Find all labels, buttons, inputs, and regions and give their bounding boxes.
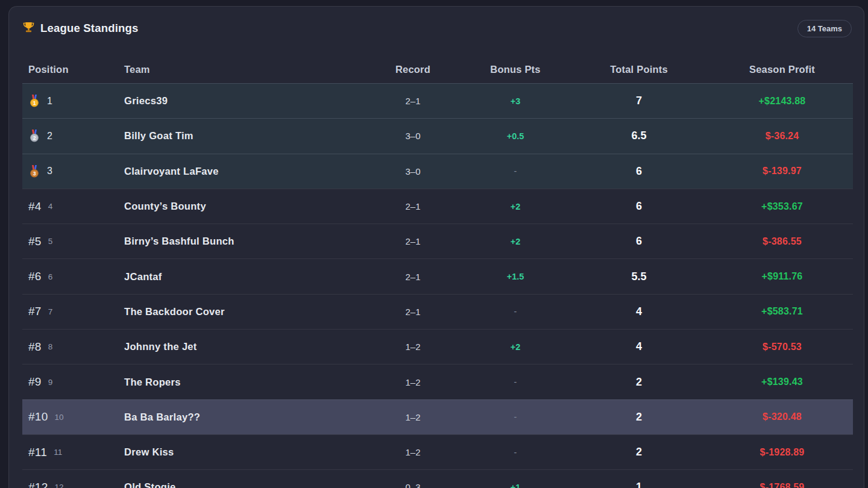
record-value: 1–2 bbox=[362, 447, 464, 457]
record-value: 3–0 bbox=[362, 166, 464, 177]
rank-number: 11 bbox=[54, 448, 62, 457]
position-cell: 11 bbox=[22, 95, 124, 107]
total-points-value: 2 bbox=[567, 446, 711, 458]
table-header-row: PositionTeamRecordBonus PtsTotal PointsS… bbox=[22, 56, 853, 83]
position-cell: #77 bbox=[22, 305, 124, 318]
column-header-bonus-pts: Bonus Pts bbox=[464, 64, 567, 75]
teams-count-badge: 14 Teams bbox=[797, 20, 852, 37]
table-row[interactable]: #44County’s Bounty2–1+26+$353.67 bbox=[22, 189, 853, 224]
total-points-value: 5.5 bbox=[567, 271, 711, 283]
svg-text:3: 3 bbox=[33, 170, 36, 176]
rank-label: #11 bbox=[28, 446, 47, 459]
column-header-position: Position bbox=[22, 64, 124, 75]
record-value: 2–1 bbox=[362, 96, 464, 106]
table-row[interactable]: #77The Backdoor Cover2–1-4+$583.71 bbox=[22, 294, 853, 329]
record-value: 2–1 bbox=[362, 236, 464, 246]
table-row[interactable]: 22Billy Goat Tim3–0+0.56.5$-36.24 bbox=[22, 118, 853, 153]
total-points-value: 2 bbox=[567, 411, 711, 424]
team-name: Old Stogie bbox=[124, 481, 362, 488]
team-name: Clairvoyant LaFave bbox=[124, 166, 362, 177]
team-name: The Ropers bbox=[124, 377, 362, 388]
column-header-season-profit: Season Profit bbox=[711, 64, 853, 75]
table-row[interactable]: #88Johnny the Jet1–2+24$-570.53 bbox=[22, 329, 853, 364]
record-value: 0–3 bbox=[362, 482, 464, 488]
rank-number: 12 bbox=[55, 483, 64, 488]
column-header-team: Team bbox=[124, 64, 362, 75]
season-profit-value: +$139.43 bbox=[711, 377, 853, 387]
table-row[interactable]: #99The Ropers1–2-2+$139.43 bbox=[22, 364, 853, 399]
total-points-value: 4 bbox=[567, 340, 711, 353]
season-profit-value: +$583.71 bbox=[711, 306, 853, 317]
title-wrap: League Standings bbox=[22, 21, 139, 36]
rank-label: #9 bbox=[28, 375, 42, 389]
record-value: 1–2 bbox=[362, 342, 464, 352]
season-profit-value: $-139.97 bbox=[711, 166, 853, 177]
record-value: 2–1 bbox=[362, 272, 464, 282]
season-profit-value: $-570.53 bbox=[711, 342, 853, 352]
rank-number: 4 bbox=[48, 202, 53, 211]
total-points-value: 7 bbox=[567, 95, 711, 107]
bonus-points-value: - bbox=[464, 377, 567, 387]
table-row[interactable]: 33Clairvoyant LaFave3–0-6$-139.97 bbox=[22, 154, 853, 189]
position-cell: #1111 bbox=[22, 446, 124, 459]
rank-number: 7 bbox=[48, 307, 53, 316]
column-header-total-points: Total Points bbox=[567, 64, 711, 75]
team-name: JCantaf bbox=[124, 271, 362, 283]
rank-number: 9 bbox=[48, 378, 53, 387]
bonus-points-value: +3 bbox=[464, 96, 567, 106]
record-value: 1–2 bbox=[362, 377, 464, 387]
bonus-points-value: +0.5 bbox=[464, 131, 567, 141]
page-title: League Standings bbox=[40, 22, 139, 35]
table-row[interactable]: #66JCantaf2–1+1.55.5+$911.76 bbox=[22, 258, 853, 293]
record-value: 2–1 bbox=[362, 307, 464, 317]
team-name: Birny’s Bashful Bunch bbox=[124, 236, 362, 247]
position-cell: #1212 bbox=[22, 481, 124, 488]
total-points-value: 6 bbox=[567, 235, 711, 248]
rank-label: #4 bbox=[28, 200, 42, 213]
position-cell: #44 bbox=[22, 200, 124, 213]
card-header: League Standings 14 Teams bbox=[9, 7, 864, 37]
svg-text:1: 1 bbox=[33, 100, 36, 106]
bonus-points-value: - bbox=[464, 448, 567, 457]
position-cell: #99 bbox=[22, 375, 124, 389]
team-name: Drew Kiss bbox=[124, 446, 362, 458]
season-profit-value: $-1928.89 bbox=[711, 447, 853, 458]
rank-number: 6 bbox=[48, 272, 53, 281]
season-profit-value: $-1768.59 bbox=[711, 482, 853, 488]
position-cell: #66 bbox=[22, 270, 124, 283]
position-cell: 33 bbox=[22, 165, 124, 178]
season-profit-value: $-36.24 bbox=[711, 131, 853, 142]
table-row[interactable]: #1212Old Stogie0–3+11$-1768.59 bbox=[22, 469, 853, 488]
rank-label: #7 bbox=[28, 305, 42, 318]
season-profit-value: $-386.55 bbox=[711, 236, 853, 247]
bonus-points-value: - bbox=[464, 307, 567, 316]
bonus-points-value: +2 bbox=[464, 342, 567, 352]
season-profit-value: +$2143.88 bbox=[711, 96, 853, 107]
total-points-value: 6 bbox=[567, 165, 711, 178]
bronze-medal-icon: 3 bbox=[28, 165, 40, 178]
total-points-value: 4 bbox=[567, 305, 711, 318]
rank-number: 10 bbox=[55, 413, 64, 422]
gold-medal-icon: 1 bbox=[28, 95, 40, 107]
team-name: County’s Bounty bbox=[124, 201, 362, 212]
bonus-points-value: +2 bbox=[464, 237, 567, 246]
team-name: The Backdoor Cover bbox=[124, 306, 362, 318]
rank-label: #8 bbox=[28, 340, 42, 354]
table-row[interactable]: #55Birny’s Bashful Bunch2–1+26$-386.55 bbox=[22, 224, 853, 258]
record-value: 2–1 bbox=[362, 201, 464, 211]
team-name: Billy Goat Tim bbox=[124, 130, 362, 142]
table-row[interactable]: #1111Drew Kiss1–2-2$-1928.89 bbox=[22, 434, 853, 469]
table-row[interactable]: 11Griecs392–1+37+$2143.88 bbox=[22, 83, 853, 118]
season-profit-value: $-320.48 bbox=[711, 411, 853, 422]
table-row[interactable]: #1010Ba Ba Barlay??1–2-2$-320.48 bbox=[22, 399, 853, 434]
total-points-value: 2 bbox=[567, 376, 711, 389]
total-points-value: 6.5 bbox=[567, 130, 711, 142]
rank-number: 2 bbox=[47, 131, 52, 142]
bonus-points-value: +1 bbox=[464, 483, 567, 488]
rank-number: 1 bbox=[47, 96, 52, 107]
bonus-points-value: - bbox=[464, 412, 567, 422]
record-value: 3–0 bbox=[362, 131, 464, 141]
rank-label: #12 bbox=[28, 481, 48, 488]
position-cell: #88 bbox=[22, 340, 124, 354]
rank-number: 5 bbox=[48, 237, 53, 246]
